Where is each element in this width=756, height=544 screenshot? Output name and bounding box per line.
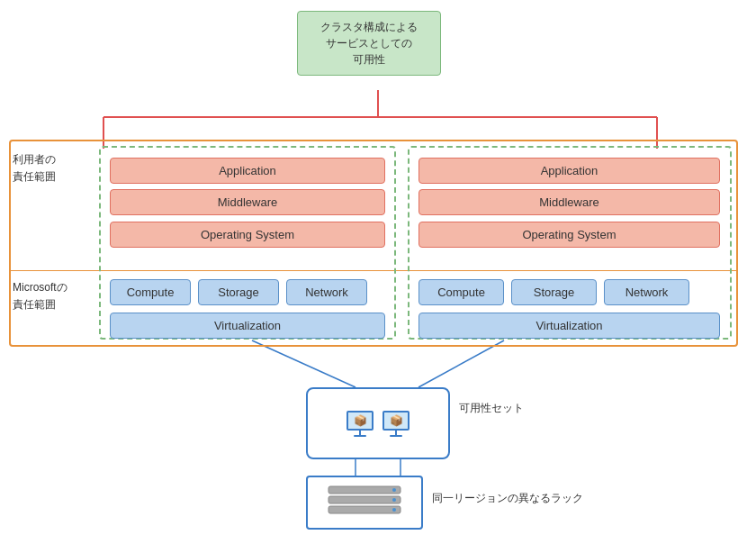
right-virtualization-box: Virtualization	[418, 313, 720, 339]
right-network-box: Network	[604, 279, 689, 305]
left-middleware-box: Middleware	[110, 189, 385, 215]
top-node-line3: 可用性	[353, 53, 385, 66]
top-node: クラスタ構成による サービスとしての 可用性	[297, 11, 441, 76]
svg-line-4	[252, 340, 356, 387]
right-storage-box: Storage	[511, 279, 597, 305]
svg-rect-9	[328, 496, 400, 503]
svg-rect-10	[328, 506, 400, 513]
diagram-wrapper: クラスタ構成による サービスとしての 可用性 利用者の責任範囲 Microsof…	[0, 0, 756, 544]
svg-point-13	[392, 508, 396, 512]
svg-point-11	[392, 488, 396, 492]
availability-set-label: 可用性セット	[459, 401, 524, 416]
label-microsoft: Microsoftの責任範囲	[13, 279, 68, 313]
right-application-box: Application	[418, 158, 720, 184]
left-os-box: Operating System	[110, 222, 385, 248]
left-compute-box: Compute	[110, 279, 191, 305]
rack-label: 同一リージョンの異なるラック	[432, 491, 583, 506]
availability-set-box: 📦 📦	[306, 387, 450, 459]
left-storage-box: Storage	[198, 279, 279, 305]
rack-box	[306, 476, 423, 530]
top-node-line1: クラスタ構成による	[320, 21, 418, 33]
left-virtualization-box: Virtualization	[110, 313, 385, 339]
svg-rect-8	[328, 486, 400, 494]
svg-line-5	[418, 340, 504, 387]
right-os-box: Operating System	[418, 222, 720, 248]
right-compute-box: Compute	[418, 279, 504, 305]
right-middleware-box: Middleware	[418, 189, 720, 215]
svg-point-12	[392, 498, 396, 502]
label-user: 利用者の責任範囲	[13, 151, 56, 186]
left-application-box: Application	[110, 158, 385, 184]
top-node-line2: サービスとしての	[326, 37, 412, 50]
left-network-box: Network	[286, 279, 367, 305]
